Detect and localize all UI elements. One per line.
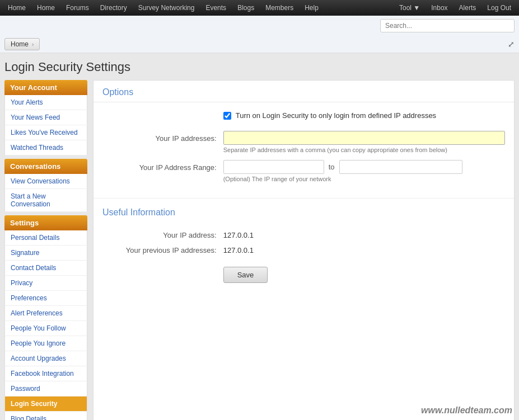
external-link-icon[interactable]: ⤢ [508,40,515,49]
sidebar-settings-header: Settings [4,215,87,230]
sidebar-item-blog-details[interactable]: Blog Details [4,412,87,420]
sidebar-item-password[interactable]: Password [4,381,87,397]
options-body: Turn on Login Security to only login fro… [93,102,514,198]
sidebar-item-people-you-follow[interactable]: People You Follow [4,321,87,336]
nav-home1[interactable]: Home [2,0,31,16]
prev-ip-row: Your previous IP addresses: 127.0.0.1 [102,246,505,254]
nav-forums[interactable]: Forums [60,0,95,16]
sidebar-item-privacy[interactable]: Privacy [4,276,87,291]
breadcrumb: Home › ⤢ [0,36,519,53]
sidebar-item-likes[interactable]: Likes You've Received [4,125,87,140]
prev-ip-value: 127.0.0.1 [223,246,254,254]
sidebar-item-watched-threads[interactable]: Watched Threads [4,140,87,155]
ip-range-to-input[interactable]: 127.0.0.5 [339,160,462,174]
nav-blogs[interactable]: Blogs [232,0,260,16]
sidebar-item-view-conversations[interactable]: View Conversations [4,174,87,189]
sidebar-item-your-news-feed[interactable]: Your News Feed [4,110,87,125]
sidebar-item-login-security[interactable]: Login Security [4,397,87,412]
nav-help[interactable]: Help [299,0,324,16]
nav-logout[interactable]: Log Out [481,0,517,16]
nav-inbox[interactable]: Inbox [426,0,453,16]
ip-range-row: Your IP Address Range: 127.0.0.3 to 127.… [102,160,505,182]
your-ip-row: Your IP address: 127.0.0.1 [102,231,505,239]
sidebar-item-your-alerts[interactable]: Your Alerts [4,95,87,110]
nav-members[interactable]: Members [260,0,299,16]
useful-body: Your IP address: 127.0.0.1 Your previous… [93,222,514,301]
nav-tool[interactable]: Tool ▼ [394,0,426,16]
ip-addresses-input[interactable]: 127.0.0.1 [223,131,505,145]
useful-section-title: Useful Information [93,198,514,222]
nav-alerts[interactable]: Alerts [453,0,482,16]
ip-range-label: Your IP Address Range: [102,160,223,172]
search-input[interactable] [380,19,515,32]
ip-addresses-label: Your IP addresses: [102,131,223,143]
breadcrumb-home[interactable]: Home › [4,38,40,50]
nav-survey[interactable]: Survey Networking [133,0,200,16]
main-layout: Your Account Your Alerts Your News Feed … [0,80,519,420]
your-ip-label: Your IP address: [102,231,223,239]
login-security-checkbox-label: Turn on Login Security to only login fro… [236,111,436,120]
sidebar-item-contact-details[interactable]: Contact Details [4,261,87,276]
ip-range-hint: (Optional) The IP range of your network [223,176,505,182]
prev-ip-label: Your previous IP addresses: [102,246,223,254]
sidebar-item-personal-details[interactable]: Personal Details [4,230,87,246]
range-inputs: 127.0.0.3 to 127.0.0.5 [223,160,505,174]
home-label: Home [11,40,29,48]
nav-right: Tool ▼ Inbox Alerts Log Out [394,0,517,16]
sidebar-item-alert-preferences[interactable]: Alert Preferences [4,306,87,321]
chevron-right-icon: › [32,41,34,48]
range-to-label: to [329,163,335,171]
options-section-title: Options [93,81,514,102]
login-security-checkbox[interactable] [223,112,231,120]
ip-range-input-wrap: 127.0.0.3 to 127.0.0.5 (Optional) The IP… [223,160,505,182]
sidebar-your-account-header: Your Account [4,80,87,95]
sidebar-item-account-upgrades[interactable]: Account Upgrades [4,351,87,366]
nav-directory[interactable]: Directory [95,0,133,16]
ip-addresses-hint: Separate IP addresses with a comma (you … [223,147,505,153]
sidebar-item-signature[interactable]: Signature [4,246,87,261]
sidebar-conversations-header: Conversations [4,159,87,174]
sidebar-item-facebook-integration[interactable]: Facebook Integration [4,366,87,381]
top-navigation: Home Home Forums Directory Survey Networ… [0,0,519,16]
sidebar: Your Account Your Alerts Your News Feed … [4,80,87,420]
save-button[interactable]: Save [223,267,268,283]
ip-range-from-input[interactable]: 127.0.0.3 [223,160,324,174]
page-title: Login Security Settings [0,53,519,80]
ip-addresses-row: Your IP addresses: 127.0.0.1 Separate IP… [102,131,505,153]
nav-events[interactable]: Events [200,0,232,16]
login-security-toggle-row: Turn on Login Security to only login fro… [102,111,505,120]
watermark: www.nulledteam.com [421,405,512,416]
sidebar-item-people-you-ignore[interactable]: People You Ignore [4,336,87,351]
your-ip-value: 127.0.0.1 [223,231,254,239]
sidebar-item-start-conversation[interactable]: Start a New Conversation [4,189,87,212]
search-bar [0,16,519,36]
content-area: Options Turn on Login Security to only l… [93,80,515,420]
sidebar-item-preferences[interactable]: Preferences [4,291,87,306]
nav-home2[interactable]: Home [31,0,60,16]
ip-addresses-input-wrap: 127.0.0.1 Separate IP addresses with a c… [223,131,505,153]
